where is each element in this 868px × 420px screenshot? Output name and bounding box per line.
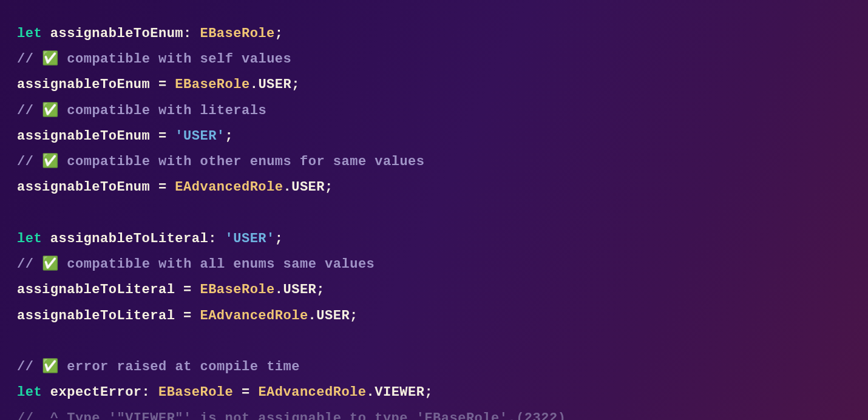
token-comment: // xyxy=(17,52,42,67)
token-member: USER xyxy=(283,282,316,297)
token-ident: assignableToLiteral xyxy=(17,308,175,323)
token-op: = xyxy=(175,282,200,297)
token-ident: assignableToEnum xyxy=(17,129,150,144)
code-line: // ✅ compatible with literals xyxy=(17,98,851,124)
token-punct: : xyxy=(183,26,200,41)
code-line: // ✅ error raised at compile time xyxy=(17,354,851,380)
token-op: = xyxy=(150,77,175,92)
token-ident: assignableToEnum xyxy=(17,77,150,92)
token-comment: // xyxy=(17,257,42,272)
code-line: // ✅ compatible with other enums for sam… xyxy=(17,149,851,175)
token-dim: // ^ Type '"VIEWER"' is not assignable t… xyxy=(17,411,566,420)
token-punct xyxy=(42,385,50,400)
token-string: 'USER' xyxy=(225,231,275,246)
code-line: assignableToLiteral = EBaseRole.USER; xyxy=(17,277,851,303)
token-punct: . xyxy=(308,308,317,323)
token-punct: : xyxy=(142,385,158,400)
token-punct: ; xyxy=(325,180,333,195)
token-punct: . xyxy=(283,180,291,195)
token-type: EAdvancedRole xyxy=(175,180,283,195)
token-member: USER xyxy=(291,180,325,195)
token-op: = xyxy=(150,129,175,144)
token-punct: ; xyxy=(225,129,234,144)
token-comment: compatible with literals xyxy=(59,103,267,118)
token-punct: : xyxy=(208,231,225,246)
token-type: EBaseRole xyxy=(175,77,249,92)
token-emoji: ✅ xyxy=(42,257,59,272)
token-member: USER xyxy=(316,308,350,323)
token-type: EBaseRole xyxy=(158,385,233,400)
token-type: EAdvancedRole xyxy=(200,308,308,323)
token-comment: // xyxy=(17,154,42,169)
token-op: = xyxy=(233,385,258,400)
token-op: = xyxy=(175,308,200,323)
token-comment: compatible with all enums same values xyxy=(59,257,375,272)
token-type: EAdvancedRole xyxy=(258,385,366,400)
token-emoji: ✅ xyxy=(42,103,59,118)
token-punct xyxy=(42,231,50,246)
token-punct xyxy=(42,26,50,41)
token-ident: assignableToLiteral xyxy=(50,231,208,246)
token-ident: expectError xyxy=(50,385,142,400)
token-punct: ; xyxy=(350,308,358,323)
token-member: VIEWER xyxy=(375,385,424,400)
token-punct: ; xyxy=(424,385,433,400)
token-type: EBaseRole xyxy=(200,26,274,41)
token-member: USER xyxy=(258,77,291,92)
code-line: assignableToEnum = EBaseRole.USER; xyxy=(17,72,851,98)
token-comment: error raised at compile time xyxy=(59,359,300,374)
token-punct: ; xyxy=(291,77,300,92)
token-kw: let xyxy=(17,385,42,400)
code-line xyxy=(17,201,851,226)
code-line: // ✅ compatible with all enums same valu… xyxy=(17,252,851,277)
token-comment: // xyxy=(17,103,42,118)
code-line: let assignableToLiteral: 'USER'; xyxy=(17,226,851,252)
token-emoji: ✅ xyxy=(42,359,59,374)
code-line: assignableToEnum = EAdvancedRole.USER; xyxy=(17,175,851,200)
token-punct: ; xyxy=(316,282,325,297)
token-comment: compatible with other enums for same val… xyxy=(59,154,425,169)
code-line xyxy=(17,329,851,354)
code-line: // ✅ compatible with self values xyxy=(17,47,851,72)
token-punct: . xyxy=(367,385,375,400)
code-block: let assignableToEnum: EBaseRole;// ✅ com… xyxy=(17,21,851,420)
token-ident: assignableToLiteral xyxy=(17,282,175,297)
code-line: let expectError: EBaseRole = EAdvancedRo… xyxy=(17,380,851,405)
token-punct: . xyxy=(250,77,259,92)
token-kw: let xyxy=(17,231,42,246)
token-ident: assignableToEnum xyxy=(50,26,183,41)
code-line: assignableToLiteral = EAdvancedRole.USER… xyxy=(17,303,851,329)
token-comment: compatible with self values xyxy=(59,52,292,67)
token-string: 'USER' xyxy=(175,129,225,144)
code-line: let assignableToEnum: EBaseRole; xyxy=(17,21,851,47)
code-line: assignableToEnum = 'USER'; xyxy=(17,124,851,149)
token-kw: let xyxy=(17,26,42,41)
token-emoji: ✅ xyxy=(42,154,59,169)
token-punct: ; xyxy=(275,26,283,41)
token-punct: . xyxy=(275,282,283,297)
token-op: = xyxy=(150,180,175,195)
token-type: EBaseRole xyxy=(200,282,274,297)
token-emoji: ✅ xyxy=(42,52,59,67)
code-line: // ^ Type '"VIEWER"' is not assignable t… xyxy=(17,406,851,420)
token-ident: assignableToEnum xyxy=(17,180,150,195)
token-comment: // xyxy=(17,359,42,374)
token-punct: ; xyxy=(275,231,283,246)
